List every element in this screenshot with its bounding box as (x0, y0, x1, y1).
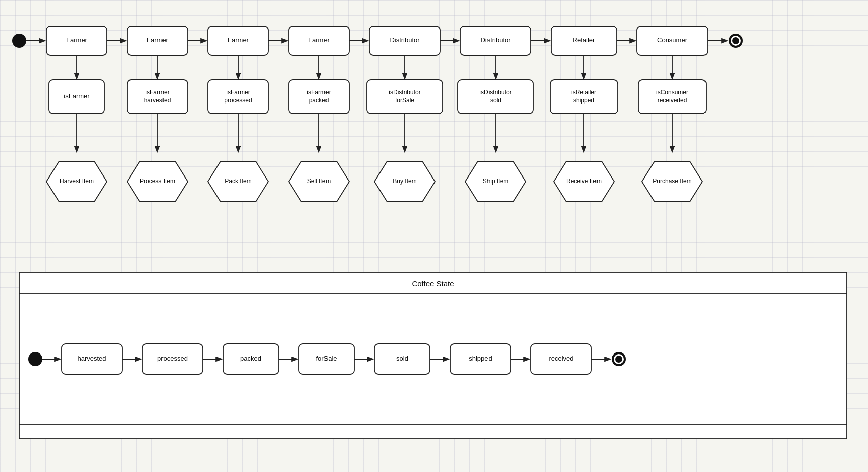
coffee-state-harvested-label: harvested (77, 355, 106, 362)
role-farmer-3-label: Farmer (228, 36, 249, 44)
state-isfarmer-processed-label: isFarmer (226, 89, 250, 96)
svg-text:Sell Item: Sell Item (307, 178, 331, 185)
svg-text:Process Item: Process Item (140, 178, 175, 185)
role-distributor-1-label: Distributor (390, 36, 420, 44)
role-consumer-label: Consumer (657, 36, 688, 44)
svg-text:sold: sold (490, 97, 501, 104)
role-distributor-2-label: Distributor (480, 36, 511, 44)
state-isretailer-shipped-label: isRetailer (571, 89, 596, 96)
svg-text:Ship Item: Ship Item (483, 178, 509, 185)
coffee-start-terminal (28, 352, 42, 366)
coffee-state-shipped-label: shipped (469, 355, 492, 362)
svg-text:Buy Item: Buy Item (393, 178, 416, 185)
start-terminal-top (12, 34, 26, 48)
svg-text:forSale: forSale (395, 97, 414, 104)
diagram-container: Farmer Farmer Farmer Farmer Distributor … (0, 0, 868, 472)
svg-text:harvested: harvested (144, 97, 171, 104)
state-isconsumer-receiveded-label: isConsumer (656, 89, 688, 96)
coffee-state-processed-label: processed (157, 355, 188, 362)
svg-text:Pack Item: Pack Item (225, 178, 251, 185)
coffee-state-packed-label: packed (240, 355, 261, 362)
coffee-state-received-label: received (549, 355, 573, 362)
state-isfarmer-label: isFarmer (64, 92, 90, 100)
svg-text:receiveded: receiveded (658, 97, 687, 104)
end-terminal-dot (732, 37, 739, 44)
role-farmer-4-label: Farmer (308, 36, 330, 44)
svg-text:shipped: shipped (573, 97, 594, 104)
role-farmer-1-label: Farmer (66, 36, 88, 44)
svg-text:Receive Item: Receive Item (566, 178, 602, 185)
coffee-state-forsale-label: forSale (316, 355, 337, 362)
role-retailer-label: Retailer (573, 36, 595, 44)
state-isdistributor-sold-label: isDistributor (479, 89, 511, 96)
svg-text:Harvest Item: Harvest Item (60, 178, 94, 185)
state-isfarmer-harvested-label: isFarmer (145, 89, 169, 96)
svg-text:processed: processed (224, 97, 252, 104)
svg-text:packed: packed (309, 97, 329, 104)
state-isdistributor-forsale-label: isDistributor (389, 89, 420, 96)
coffee-state-sold-label: sold (396, 355, 408, 362)
coffee-state-label: Coffee State (412, 279, 454, 288)
coffee-end-terminal-dot (615, 356, 622, 363)
state-isfarmer-packed-label: isFarmer (307, 89, 331, 96)
svg-text:Purchase Item: Purchase Item (653, 178, 691, 185)
role-farmer-2-label: Farmer (147, 36, 169, 44)
